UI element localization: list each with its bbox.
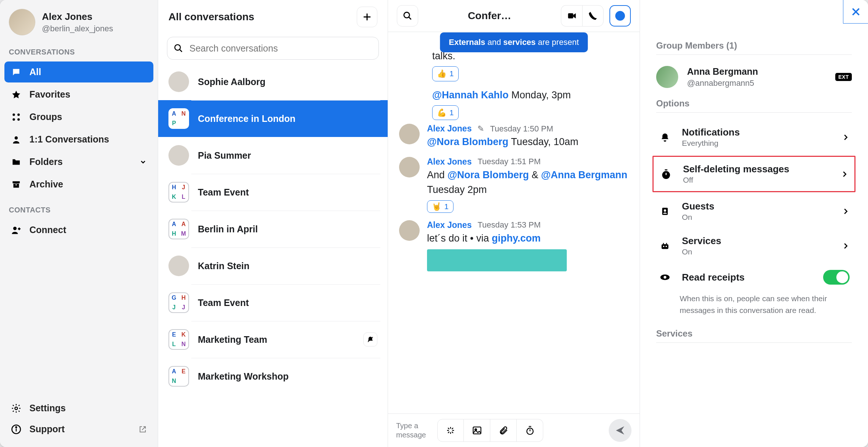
svg-rect-25 [662, 244, 669, 249]
sender-name[interactable]: Alex Jones [427, 124, 472, 134]
message-time: Tuesday 1:53 PM [477, 220, 541, 230]
conversation-item[interactable]: Katrin Stein [158, 247, 388, 284]
banner-externals: Externals [449, 38, 485, 47]
gif-preview[interactable] [427, 249, 567, 271]
conversation-item[interactable]: Sophie Aalborg [158, 63, 388, 100]
conversation-name: Conference in London [198, 113, 295, 124]
sender-name[interactable]: Alex Jones [427, 157, 472, 167]
person-icon [11, 134, 21, 145]
nav-1on1[interactable]: 1:1 Conversations [4, 129, 153, 150]
archive-icon [11, 179, 21, 190]
option-self-deleting[interactable]: Self-deleting messagesOff [652, 156, 855, 192]
nav-settings[interactable]: Settings [4, 398, 153, 419]
conversation-item[interactable]: HJKLTeam Event [158, 174, 388, 211]
nav-support[interactable]: Support [4, 419, 153, 440]
profile-block[interactable]: Alex Jones @berlin_alex_jones [0, 5, 158, 39]
person-avatar [168, 145, 189, 166]
robot-icon [658, 241, 672, 251]
read-receipts-toggle[interactable] [823, 270, 850, 285]
svg-rect-6 [15, 184, 17, 185]
services-label: Services [656, 328, 852, 343]
conversation-item[interactable]: AENMarketing Workshop [158, 358, 388, 395]
reaction-thumbs[interactable]: 👍1 [432, 66, 459, 81]
send-button[interactable] [609, 419, 632, 442]
audio-call-button[interactable] [582, 5, 604, 27]
conversations-title: All conversations [168, 11, 254, 23]
image-button[interactable] [464, 419, 490, 442]
attach-button[interactable] [490, 419, 517, 442]
conversation-info-button[interactable] [609, 5, 631, 27]
options-label: Options [656, 98, 852, 113]
nav-1on1-label: 1:1 Conversations [29, 134, 109, 145]
chevron-right-icon [842, 207, 850, 215]
ping-button[interactable] [437, 419, 464, 442]
chevron-right-icon [842, 242, 850, 250]
star-icon [11, 89, 21, 100]
read-receipts-desc: When this is on, people can see when the… [656, 291, 852, 325]
plus-icon [362, 12, 372, 22]
svg-point-12 [175, 45, 180, 50]
svg-point-7 [13, 226, 17, 230]
option-read-receipts[interactable]: Read receipts [656, 263, 852, 291]
new-conversation-button[interactable] [357, 7, 377, 27]
groups-icon [11, 112, 21, 122]
search-conversations-input[interactable] [167, 37, 379, 60]
group-avatar: AAHM [168, 219, 189, 239]
option-services[interactable]: ServicesOn [656, 228, 852, 263]
send-icon [615, 425, 626, 436]
eye-icon [658, 272, 672, 283]
message: Alex JonesTuesday 1:53 PM let´s do it • … [399, 217, 629, 275]
chat-search-button[interactable] [397, 5, 418, 27]
nav-folders[interactable]: Folders [4, 151, 153, 172]
giphy-link[interactable]: giphy.com [492, 233, 541, 244]
reaction-muscle[interactable]: 💪1 [432, 105, 459, 120]
nav-archive[interactable]: Archive [4, 174, 153, 195]
svg-point-18 [619, 13, 620, 14]
conversation-item[interactable]: AAHMBerlin in April [158, 211, 388, 247]
external-badge: EXT [835, 73, 852, 81]
reaction-horns[interactable]: 🤘1 [427, 200, 453, 213]
conversation-name: Berlin in April [198, 224, 258, 235]
group-member[interactable]: Anna Bergmann @annabergmann5 EXT [656, 62, 852, 98]
conversation-name: Marketing Workshop [198, 371, 289, 382]
member-handle: @annabergmann5 [687, 78, 758, 88]
nav-favorites-label: Favorites [29, 89, 70, 100]
svg-point-8 [15, 407, 18, 409]
nav-groups[interactable]: Groups [4, 106, 153, 127]
nav-all[interactable]: All [4, 61, 153, 82]
close-details-button[interactable] [843, 0, 868, 24]
chevron-right-icon [842, 133, 850, 141]
sender-name[interactable]: Alex Jones [427, 220, 472, 230]
conversation-name: Sophie Aalborg [198, 77, 266, 87]
nav-settings-label: Settings [29, 403, 66, 413]
nav-folders-label: Folders [29, 156, 63, 167]
bell-icon [658, 132, 672, 142]
conversation-item[interactable]: Pia Summer [158, 137, 388, 174]
option-guests[interactable]: GuestsOn [656, 194, 852, 228]
person-avatar [168, 256, 189, 276]
conversation-item[interactable]: GHJJTeam Event [158, 284, 388, 321]
timer-button[interactable] [517, 419, 543, 442]
svg-point-27 [666, 246, 667, 247]
conversations-list[interactable]: Sophie AalborgANPConference in LondonPia… [158, 63, 388, 447]
sender-avatar [399, 157, 420, 177]
composer: Type a message [388, 413, 640, 447]
conversation-item[interactable]: ANPConference in London [158, 100, 388, 137]
nav-connect[interactable]: Connect [4, 219, 153, 240]
phone-icon [588, 11, 598, 21]
conversation-name: Team Event [198, 187, 249, 198]
conversation-item[interactable]: EKLNMarketing Team [158, 321, 388, 358]
composer-placeholder[interactable]: Type a message [396, 421, 432, 440]
video-icon [567, 11, 577, 21]
video-call-button[interactable] [561, 5, 582, 27]
muted-icon [363, 332, 377, 346]
search-conversations[interactable] [167, 37, 379, 60]
group-avatar: GHJJ [168, 292, 189, 313]
left-sidebar: Alex Jones @berlin_alex_jones CONVERSATI… [0, 0, 158, 447]
member-name: Anna Bergmann [687, 66, 758, 77]
sparkle-icon [445, 425, 456, 436]
nav-favorites[interactable]: Favorites [4, 84, 153, 105]
option-notifications[interactable]: NotificationsEverything [656, 120, 852, 154]
person-avatar [168, 71, 189, 92]
svg-point-0 [13, 113, 15, 116]
